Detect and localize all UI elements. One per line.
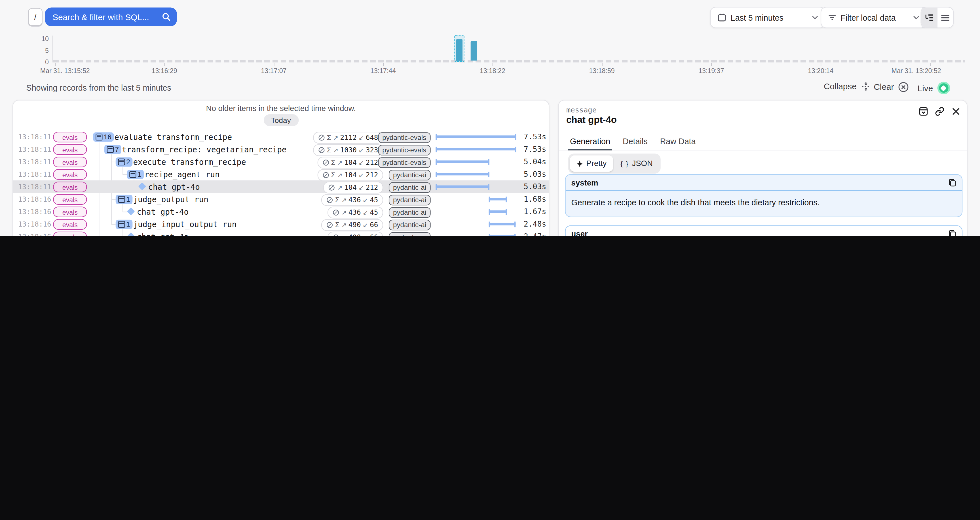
collapse-toggle-badge[interactable]: 1 (116, 219, 133, 229)
collapse-toggle-badge[interactable]: 2 (116, 157, 133, 166)
span-name: chat gpt-4o (137, 207, 189, 217)
row-duration: 2.48s (524, 220, 546, 228)
tokens-icon (326, 196, 333, 203)
package-tag: pydantic-ai (388, 182, 430, 192)
clear-circle-x-icon (898, 82, 909, 92)
token-count-badge: Σ↗104↙212 (317, 156, 383, 168)
copy-icon[interactable] (948, 178, 956, 187)
trace-row[interactable]: 13:18:16 evals chat gpt-4o ↗490↙66 pydan… (13, 230, 549, 236)
dock-panel-icon[interactable] (918, 106, 928, 116)
detail-tabs: GenerationDetailsRaw Data (558, 137, 967, 151)
trace-row[interactable]: 13:18:11 evals 7 transform_recipe: veget… (13, 143, 549, 155)
row-duration: 1.67s (524, 207, 546, 216)
close-icon[interactable] (950, 106, 961, 116)
package-tag: pydantic-evals (378, 144, 431, 155)
tree-view-button[interactable] (921, 7, 937, 27)
token-count-badge: Σ↗1030↙323 (313, 144, 383, 156)
filter-lines-icon (828, 14, 836, 21)
collapse-button[interactable]: Collapse (824, 82, 870, 91)
duration-bar (436, 143, 516, 155)
row-timestamp: 13:18:11 (18, 133, 51, 141)
duration-bar (436, 155, 516, 168)
duration-bar (436, 130, 516, 143)
span-diamond-icon (138, 182, 146, 190)
package-tag: pydantic-ai (388, 207, 430, 217)
evals-badge[interactable]: evals (53, 182, 87, 192)
search-button[interactable]: Search & filter with SQL... (45, 7, 177, 26)
live-toggle[interactable]: Live (918, 82, 950, 94)
copy-icon[interactable] (948, 230, 956, 236)
time-range-dropdown[interactable]: Last 5 minutes (710, 7, 826, 28)
tab-details[interactable]: Details (623, 137, 648, 150)
y-tick-5: 5 (36, 47, 49, 54)
detail-title: chat gpt-4o (566, 114, 617, 125)
collapse-toggle-badge[interactable]: 1 (127, 170, 144, 179)
trace-row[interactable]: 13:18:16 evals 1 judge_output run Σ↗436↙… (13, 193, 549, 205)
trace-row[interactable]: 13:18:11 evals 1 recipe_agent run Σ↗104↙… (13, 168, 549, 181)
row-duration: 1.68s (524, 195, 546, 204)
selected-time-window[interactable] (454, 35, 464, 62)
record-kind-label: message (566, 105, 597, 114)
row-duration: 5.03s (524, 170, 546, 179)
evals-badge[interactable]: evals (53, 144, 87, 155)
package-tag: pydantic-ai (388, 170, 430, 180)
evals-badge[interactable]: evals (53, 157, 87, 167)
chevron-down-icon (812, 16, 818, 19)
tokens-icon (326, 221, 333, 228)
showing-records-text: Showing records from the last 5 minutes (26, 83, 171, 92)
trace-row[interactable]: 13:18:11 evals 16 evaluate transform_rec… (13, 130, 549, 143)
x-axis-tick (711, 63, 712, 66)
tokens-icon (318, 134, 325, 141)
package-tag: pydantic-evals (378, 132, 431, 143)
package-tag: pydantic-ai (388, 232, 430, 236)
evals-badge[interactable]: evals (53, 169, 87, 179)
histogram-bar[interactable] (471, 41, 477, 60)
trace-row[interactable]: 13:18:11 evals chat gpt-4o ↗104↙212 pyda… (13, 181, 549, 193)
collapse-label: Collapse (824, 82, 857, 91)
span-name: transform_recipe: vegetarian_recipe (122, 145, 287, 154)
row-timestamp: 13:18:16 (18, 220, 51, 228)
pretty-toggle-button[interactable]: Pretty (570, 155, 613, 172)
x-axis-label: 13:18:22 (480, 67, 505, 74)
evals-badge[interactable]: evals (53, 231, 87, 236)
evals-badge[interactable]: evals (53, 207, 87, 217)
trace-row[interactable]: 13:18:16 evals 1 judge_input_output run … (13, 218, 549, 230)
json-toggle-button[interactable]: { } JSON (614, 155, 659, 172)
token-count-badge: Σ↗436↙45 (321, 194, 383, 206)
link-icon[interactable] (934, 106, 944, 116)
tokens-icon (322, 171, 329, 178)
clear-button[interactable]: Clear (873, 82, 909, 92)
render-mode-toggle: Pretty { } JSON (568, 154, 661, 174)
tab-raw-data[interactable]: Raw Data (660, 137, 696, 150)
package-tag: pydantic-ai (388, 195, 430, 205)
duration-bar (436, 230, 516, 236)
evals-badge[interactable]: evals (53, 219, 87, 230)
system-message-card: system Generate a recipe to cook the dis… (565, 174, 963, 217)
search-icon (162, 13, 171, 21)
user-message-card: user <examples> <dish_name>Spaghetti Bol… (565, 225, 963, 236)
collapse-toggle-badge[interactable]: 7 (104, 144, 121, 154)
row-duration: 7.53s (524, 132, 546, 141)
evals-badge[interactable]: evals (53, 132, 87, 142)
x-axis-tick (164, 63, 165, 66)
row-duration: 5.04s (524, 157, 546, 166)
span-diamond-icon (127, 232, 135, 236)
row-duration: 2.47s (524, 232, 546, 236)
tokens-icon (332, 209, 339, 216)
span-name: judge_input_output run (133, 220, 237, 229)
list-view-button[interactable] (937, 7, 953, 27)
x-axis-label: 13:16:29 (152, 67, 177, 74)
trace-row[interactable]: 13:18:11 evals 2 execute transform_recip… (13, 155, 549, 168)
filter-local-data-dropdown[interactable]: Filter local data (821, 7, 927, 28)
row-timestamp: 13:18:11 (18, 145, 51, 153)
system-message-content: Generate a recipe to cook the dish that … (566, 191, 962, 215)
collapse-toggle-badge[interactable]: 1 (116, 195, 133, 204)
x-axis-label: 13:17:07 (261, 67, 286, 74)
collapse-toggle-badge[interactable]: 16 (93, 132, 114, 141)
x-axis-tick (602, 63, 603, 66)
tab-generation[interactable]: Generation (570, 137, 610, 150)
trace-row[interactable]: 13:18:16 evals chat gpt-4o ↗436↙45 pydan… (13, 205, 549, 218)
row-timestamp: 13:18:16 (18, 195, 51, 203)
evals-badge[interactable]: evals (53, 194, 87, 205)
x-axis-label: 13:20:14 (808, 67, 834, 74)
